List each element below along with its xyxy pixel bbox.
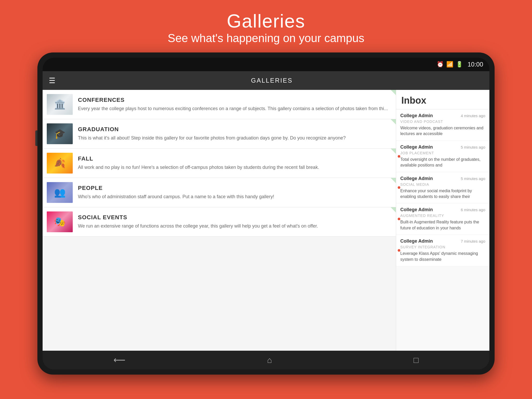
message-header-1: College Admin 5 minutes ago <box>400 144 485 150</box>
message-time-2: 5 minutes ago <box>461 176 485 181</box>
message-header-3: College Admin 6 minutes ago <box>400 207 485 212</box>
gallery-title-fall: FALL <box>78 155 392 162</box>
home-button[interactable]: ⌂ <box>259 353 280 368</box>
gallery-desc-people: Who's who of administration staff around… <box>78 194 392 200</box>
recents-button[interactable]: □ <box>406 353 426 368</box>
inbox-message-4[interactable]: College Admin 7 minutes ago SURVEY INTEG… <box>396 235 489 266</box>
message-category-3: AUGMENTED REALITY <box>400 214 485 218</box>
inbox-messages: College Admin 4 minutes ago VIDEO AND PO… <box>396 109 489 351</box>
gallery-info-fall: FALL All work and no play is no fun! Her… <box>78 155 392 171</box>
inbox-message-1[interactable]: College Admin 5 minutes ago JOB PLACEMEN… <box>396 141 489 172</box>
alarm-icon: ⏰ <box>437 61 444 68</box>
gallery-item-social[interactable]: 🎭 SOCIAL EVENTS We run an extensive rang… <box>43 207 396 237</box>
battery-icon: 🔋 <box>456 61 463 68</box>
gallery-info-conferences: CONFERENCES Every year the college plays… <box>78 97 392 112</box>
message-category-0: VIDEO AND PODCAST <box>400 119 485 124</box>
gallery-thumb-conferences: 🏛️ <box>47 94 73 115</box>
message-preview-3: Built-in Augmented Reality feature puts … <box>400 219 485 231</box>
message-sender-4: College Admin <box>400 238 433 244</box>
tablet-screen: ⏰ 📶 🔋 10:00 ☰ GALLERIES 🏛️ CONFERENCES E… <box>43 58 489 369</box>
status-bar: ⏰ 📶 🔋 10:00 <box>43 58 489 71</box>
gallery-info-social: SOCIAL EVENTS We run an extensive range … <box>78 214 392 229</box>
message-header-4: College Admin 7 minutes ago <box>400 238 485 244</box>
message-time-0: 4 minutes ago <box>461 114 485 118</box>
message-time-1: 5 minutes ago <box>461 145 485 149</box>
back-button[interactable]: ⟵ <box>106 353 133 368</box>
gallery-title-social: SOCIAL EVENTS <box>78 214 392 221</box>
inbox-header: Inbox <box>396 90 489 109</box>
gallery-title-people: PEOPLE <box>78 185 392 191</box>
gallery-info-graduation: GRADUATION This is what it's all about! … <box>78 126 392 141</box>
wifi-icon: 📶 <box>446 61 453 68</box>
gallery-title-conferences: CONFERENCES <box>78 97 392 103</box>
message-category-1: JOB PLACEMENT <box>400 151 485 155</box>
gallery-thumb-fall: 🍂 <box>47 153 73 174</box>
inbox-message-2[interactable]: College Admin 5 minutes ago SOCIAL MEDIA… <box>396 172 489 204</box>
page-subtitle: See what's happening on your campus <box>168 32 364 45</box>
tablet-frame: ⏰ 📶 🔋 10:00 ☰ GALLERIES 🏛️ CONFERENCES E… <box>37 52 495 375</box>
message-time-4: 7 minutes ago <box>461 239 485 243</box>
app-bar-title: GALLERIES <box>61 77 483 84</box>
status-time: 10:00 <box>468 61 483 68</box>
message-sender-2: College Admin <box>400 176 433 181</box>
gallery-desc-social: We run an extensive range of functions a… <box>78 223 392 229</box>
gallery-desc-graduation: This is what it's all about! Step inside… <box>78 135 392 141</box>
gallery-thumb-social: 🎭 <box>47 211 73 232</box>
message-header-0: College Admin 4 minutes ago <box>400 113 485 118</box>
message-time-3: 6 minutes ago <box>461 208 485 212</box>
message-header-2: College Admin 5 minutes ago <box>400 176 485 181</box>
message-category-2: SOCIAL MEDIA <box>400 182 485 187</box>
page-header: Galleries See what's happening on your c… <box>168 0 364 52</box>
message-sender-3: College Admin <box>400 207 433 212</box>
message-preview-0: Welcome videos, graduation ceremonies an… <box>400 125 485 137</box>
gallery-thumb-people: 👥 <box>47 182 73 203</box>
page-title: Galleries <box>168 10 364 32</box>
message-preview-1: Total oversight on the number of graduat… <box>400 157 485 168</box>
gallery-item-conferences[interactable]: 🏛️ CONFERENCES Every year the college pl… <box>43 90 396 119</box>
app-bar: ☰ GALLERIES <box>43 71 489 90</box>
gallery-item-fall[interactable]: 🍂 FALL All work and no play is no fun! H… <box>43 149 396 178</box>
gallery-item-graduation[interactable]: 🎓 GRADUATION This is what it's all about… <box>43 119 396 149</box>
inbox-title: Inbox <box>401 95 484 106</box>
message-preview-2: Enhance your social media footprint by e… <box>400 188 485 200</box>
inbox-panel: Inbox College Admin 4 minutes ago VIDEO … <box>396 90 489 351</box>
content-area: 🏛️ CONFERENCES Every year the college pl… <box>43 90 489 351</box>
gallery-item-people[interactable]: 👥 PEOPLE Who's who of administration sta… <box>43 178 396 207</box>
gallery-desc-conferences: Every year the college plays host to num… <box>78 105 392 112</box>
inbox-message-0[interactable]: College Admin 4 minutes ago VIDEO AND PO… <box>396 109 489 141</box>
gallery-list: 🏛️ CONFERENCES Every year the college pl… <box>43 90 396 351</box>
menu-button[interactable]: ☰ <box>49 76 55 85</box>
gallery-info-people: PEOPLE Who's who of administration staff… <box>78 185 392 200</box>
message-sender-1: College Admin <box>400 144 433 150</box>
gallery-thumb-graduation: 🎓 <box>47 123 73 144</box>
message-preview-4: Leverage Klass Apps' dynamic messaging s… <box>400 251 485 262</box>
gallery-title-graduation: GRADUATION <box>78 126 392 133</box>
gallery-desc-fall: All work and no play is no fun! Here's a… <box>78 164 392 171</box>
bottom-nav: ⟵ ⌂ □ <box>43 351 489 369</box>
message-sender-0: College Admin <box>400 113 433 118</box>
message-category-4: SURVEY INTEGRATION <box>400 245 485 249</box>
inbox-message-3[interactable]: College Admin 6 minutes ago AUGMENTED RE… <box>396 203 489 235</box>
volume-button <box>35 130 37 146</box>
status-icons: ⏰ 📶 🔋 10:00 <box>437 61 483 68</box>
